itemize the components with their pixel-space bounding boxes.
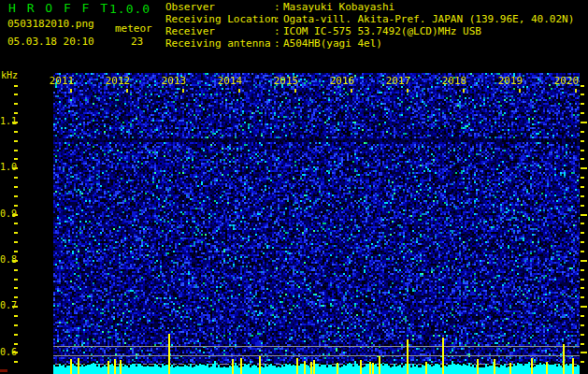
info-row-antenna: Receiving antenna : A504HB(yagi 4el) — [165, 38, 588, 50]
record-indicator — [0, 369, 7, 372]
mode-label: meteor — [115, 23, 152, 35]
time-label-2012: 2012 — [105, 76, 131, 87]
time-tick — [238, 89, 240, 93]
freq-minor-tick-right — [581, 279, 584, 280]
freq-minor-tick — [14, 223, 18, 224]
freq-minor-tick — [14, 186, 18, 188]
freq-major-tick-right — [581, 167, 587, 169]
time-label-2020: 2020 — [553, 76, 580, 87]
freq-minor-tick — [14, 205, 18, 207]
info-value: Ogata-vill. Akita-Pref. JAPAN (139.96E, … — [283, 14, 574, 25]
freq-minor-tick — [14, 112, 18, 114]
info-label: Receiving antenna — [165, 38, 271, 50]
time-label-2019: 2019 — [497, 76, 523, 87]
time-tick — [351, 89, 352, 93]
freq-minor-tick-right — [581, 103, 584, 105]
freq-minor-tick — [14, 287, 18, 289]
info-value: Masayuki Kobayashi — [283, 2, 394, 13]
info-colon: : — [274, 38, 280, 50]
freq-major-tick-right — [581, 122, 587, 123]
freq-major-tick-right — [581, 352, 587, 353]
file-name: 0503182010.png — [7, 19, 94, 30]
freq-minor-tick — [14, 343, 18, 345]
freq-minor-tick-right — [581, 315, 584, 317]
freq-minor-tick — [14, 85, 18, 87]
info-colon: : — [274, 14, 280, 25]
freq-minor-tick — [14, 269, 18, 271]
freq-minor-tick-right — [581, 361, 584, 363]
freq-major-tick-right — [581, 306, 587, 308]
freq-minor-tick-right — [581, 343, 584, 345]
time-tick — [519, 89, 521, 93]
freq-minor-tick-right — [581, 195, 584, 197]
info-label: Receiving Location — [165, 14, 277, 25]
freq-label-1.1: 1.1 — [0, 117, 14, 126]
freq-minor-tick-right — [581, 296, 584, 298]
time-label-2011: 2011 — [49, 76, 75, 87]
freq-minor-tick-right — [581, 158, 584, 160]
info-label: Receiver — [165, 26, 215, 37]
freq-minor-tick — [14, 140, 18, 142]
freq-minor-tick-right — [581, 94, 584, 95]
info-value: ICOM IC-575 53.7492(@LCD)MHz USB — [283, 26, 481, 37]
freq-minor-tick — [14, 296, 18, 298]
freq-label-0.7: 0.7 — [0, 301, 14, 310]
freq-minor-tick-right — [581, 269, 584, 271]
echo-count: 23 — [131, 36, 143, 48]
info-colon: : — [274, 2, 280, 13]
app-title: H R O F F T — [8, 2, 109, 14]
freq-minor-tick — [14, 94, 18, 95]
time-label-2013: 2013 — [161, 76, 187, 87]
time-tick — [182, 89, 184, 93]
freq-minor-tick-right — [581, 85, 584, 87]
freq-minor-tick — [14, 241, 18, 243]
freq-minor-tick-right — [581, 205, 584, 207]
info-colon: : — [274, 26, 280, 37]
freq-minor-tick — [14, 334, 18, 336]
freq-label-0.8: 0.8 — [0, 255, 14, 265]
freq-minor-tick-right — [581, 112, 584, 114]
freq-minor-tick — [14, 232, 18, 234]
freq-minor-tick — [14, 131, 18, 133]
freq-minor-tick — [14, 103, 18, 105]
freq-minor-tick-right — [581, 241, 584, 243]
time-tick — [126, 89, 128, 93]
freq-minor-tick — [14, 361, 18, 363]
freq-minor-tick-right — [581, 334, 584, 336]
datetime-label: 05.03.18 20:10 — [7, 36, 94, 48]
time-label-2018: 2018 — [441, 76, 467, 87]
time-label-2017: 2017 — [385, 76, 411, 87]
freq-minor-tick-right — [581, 140, 584, 142]
time-tick — [575, 89, 577, 93]
time-label-2016: 2016 — [329, 76, 355, 87]
app-version: 1.0.0 — [109, 3, 151, 15]
freq-label-0.6: 0.6 — [0, 348, 14, 357]
time-label-2015: 2015 — [273, 76, 299, 87]
freq-minor-tick — [14, 195, 18, 197]
freq-label-0.9: 0.9 — [0, 209, 14, 219]
time-tick — [70, 89, 72, 93]
freq-minor-tick-right — [581, 186, 584, 188]
freq-label-1.0: 1.0 — [0, 163, 14, 172]
freq-minor-tick — [14, 177, 18, 179]
spectrogram-canvas — [53, 73, 580, 374]
freq-minor-tick-right — [581, 177, 584, 179]
time-tick — [294, 89, 296, 93]
freq-minor-tick — [14, 150, 18, 151]
freq-minor-tick-right — [581, 223, 584, 224]
freq-axis-unit: kHz — [1, 70, 18, 81]
freq-minor-tick — [14, 324, 18, 326]
time-tick — [463, 89, 465, 93]
freq-minor-tick-right — [581, 150, 584, 151]
freq-minor-tick-right — [581, 131, 584, 133]
freq-minor-tick — [14, 251, 18, 252]
freq-major-tick-right — [581, 260, 587, 262]
freq-minor-tick — [14, 315, 18, 317]
time-label-2014: 2014 — [217, 76, 243, 87]
freq-minor-tick-right — [581, 232, 584, 234]
freq-minor-tick-right — [581, 324, 584, 326]
freq-major-tick-right — [581, 214, 587, 216]
freq-minor-tick — [14, 158, 18, 160]
info-label: Observer — [165, 2, 215, 13]
time-tick — [407, 89, 409, 93]
